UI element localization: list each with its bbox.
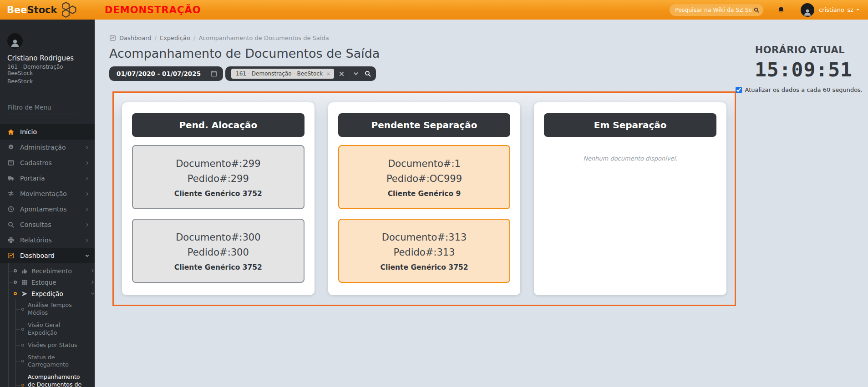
printer-icon	[6, 236, 15, 244]
card-pedido: Pedido#:OC999	[386, 171, 462, 186]
person-icon	[803, 8, 812, 17]
card-cliente: Cliente Genérico 3752	[381, 263, 468, 271]
sidebar-user-panel: Cristiano Rodrigues 161 - Demonstração -…	[0, 20, 95, 85]
breadcrumb-separator: /	[193, 35, 195, 41]
brand-bee: Bee	[7, 5, 27, 15]
breadcrumb: Dashboard / Expedição / Acompanhamento d…	[109, 33, 850, 41]
sidebar-item-label: Relatórios	[20, 236, 52, 244]
caret-down-icon	[856, 8, 860, 12]
search-submit-icon[interactable]	[364, 70, 371, 77]
sidebar-item-status-de-carregamento[interactable]: Status de Carregamento	[16, 352, 95, 372]
sidebar-item-label: Movimentação	[20, 190, 67, 197]
honeycomb-icon	[60, 1, 78, 18]
sidebar-item-dashboard[interactable]: Dashboard	[0, 248, 95, 263]
sidebar-item-label: Recebimento	[31, 267, 72, 275]
column-header: Pend. Alocação	[132, 113, 305, 137]
expedicao-submenu: Análise Tempos Médios Visão Geral Expedi…	[15, 299, 95, 387]
sidebar-item-movimentacao[interactable]: Movimentação	[0, 186, 95, 201]
environment-label: DEMONSTRAÇÃO	[105, 5, 201, 15]
breadcrumb-separator: /	[155, 35, 157, 41]
wiki-search	[670, 4, 763, 16]
search-icon[interactable]	[753, 7, 760, 13]
sidebar-item-label: Dashboard	[20, 252, 55, 259]
sidebar-item-administracao[interactable]: Administração	[0, 140, 95, 155]
home-icon	[6, 128, 15, 136]
card-documento: Documento#:313	[382, 230, 467, 245]
chevron-right-icon	[85, 223, 89, 227]
user-company: BeeStock	[7, 78, 87, 85]
menu-filter-input[interactable]	[7, 102, 78, 114]
selected-option-label: 161 - Demonstração - BeeStock	[236, 70, 323, 77]
user-name: Cristiano Rodrigues	[7, 54, 87, 62]
person-icon	[10, 38, 20, 49]
column-pend-alocacao: Pend. Alocação Documento#:299 Pedido#:29…	[122, 102, 315, 295]
chevron-right-icon	[85, 207, 89, 211]
remove-tag-icon[interactable]	[326, 72, 330, 76]
empty-column-message: Nenhum documento disponível.	[544, 155, 716, 162]
documents-board: Pend. Alocação Documento#:299 Pedido#:29…	[112, 91, 736, 306]
card-documento: Documento#:299	[176, 156, 260, 171]
sidebar-item-expedicao[interactable]: Expedição	[9, 288, 95, 299]
brand-text: BeeStock	[7, 5, 57, 15]
card-cliente: Cliente Genérico 3752	[174, 263, 262, 271]
chevron-down-icon[interactable]	[353, 71, 359, 76]
sidebar-item-portaria[interactable]: Portaria	[0, 171, 95, 186]
sidebar-item-label: Portaria	[20, 175, 45, 182]
document-card[interactable]: Documento#:313 Pedido#:313 Cliente Genér…	[338, 219, 511, 283]
sidebar-avatar	[7, 33, 23, 49]
sidebar-item-cadastros[interactable]: Cadastros	[0, 155, 95, 171]
column-pendente-separacao: Pendente Separação Documento#:1 Pedido#:…	[328, 102, 521, 295]
chevron-right-icon	[85, 146, 89, 150]
clear-selection-icon[interactable]	[339, 71, 345, 77]
breadcrumb-current: Acompanhamento de Documentos de Saída	[198, 35, 329, 41]
card-documento: Documento#:300	[176, 230, 260, 245]
sidebar-item-label: Cadastros	[20, 159, 52, 166]
chevron-right-icon	[85, 161, 89, 165]
card-documento: Documento#:1	[388, 156, 461, 171]
sidebar-item-acompanhamento-documentos-saida[interactable]: Acompanhamento de Documentos de Saída	[16, 371, 95, 387]
bullet-icon	[21, 344, 24, 347]
document-card[interactable]: Documento#:299 Pedido#:299 Cliente Genér…	[132, 145, 305, 209]
wiki-search-input[interactable]	[670, 4, 763, 16]
sidebar-item-visao-geral-expedicao[interactable]: Visão Geral Expedição	[16, 319, 95, 339]
sidebar-item-estoque[interactable]: Estoque	[9, 276, 95, 288]
list-icon	[6, 159, 15, 166]
sidebar-item-label: Status de Carregamento	[28, 354, 89, 369]
beestock-logo[interactable]: BeeStock	[7, 1, 95, 18]
auto-refresh-checkbox[interactable]	[736, 87, 742, 93]
sidebar-item-consultas[interactable]: Consultas	[0, 217, 95, 232]
calendar-icon	[210, 70, 218, 77]
sidebar-item-relatorios[interactable]: Relatórios	[0, 232, 95, 248]
breadcrumb-dashboard[interactable]: Dashboard	[119, 35, 152, 41]
chart-icon	[109, 35, 116, 41]
bullet-icon	[21, 384, 24, 387]
sidebar-item-recebimento[interactable]: Recebimento	[9, 265, 95, 276]
truck-icon	[6, 175, 15, 182]
user-menu[interactable]: cristiano_sz	[819, 6, 860, 13]
company-select[interactable]: 161 - Demonstração - BeeStock	[225, 66, 376, 81]
sidebar-item-label: Análise Tempos Médios	[28, 302, 89, 317]
breadcrumb-expedicao[interactable]: Expedição	[160, 35, 190, 41]
bullet-icon	[14, 292, 17, 295]
date-range-value: 01/07/2020 - 01/07/2025	[117, 70, 210, 77]
sidebar-item-label: Visão Geral Expedição	[28, 322, 89, 337]
gear-icon	[6, 144, 15, 151]
bell-icon[interactable]	[777, 6, 785, 14]
sidebar-item-label: Expedição	[31, 290, 63, 297]
sidebar-item-visoes-por-status[interactable]: Visões por Status	[16, 339, 95, 352]
sidebar-item-inicio[interactable]: Início	[0, 124, 95, 140]
document-card[interactable]: Documento#:1 Pedido#:OC999 Cliente Genér…	[338, 145, 511, 209]
sidebar-item-apontamentos[interactable]: Apontamentos	[0, 201, 95, 217]
document-card[interactable]: Documento#:300 Pedido#:300 Cliente Genér…	[132, 219, 305, 283]
date-range-picker[interactable]: 01/07/2020 - 01/07/2025	[109, 66, 223, 81]
user-avatar[interactable]	[801, 3, 814, 17]
exchange-icon	[6, 190, 15, 197]
sidebar-menu: Início Administração Cadastros Portaria …	[0, 124, 95, 387]
column-em-separacao: Em Separação Nenhum documento disponível…	[534, 102, 726, 295]
auto-refresh-label: Atualizar os dados a cada 60 segundos.	[745, 86, 863, 93]
column-header: Pendente Separação	[338, 113, 511, 137]
chevron-right-icon	[91, 269, 95, 273]
chevron-down-icon	[91, 292, 95, 296]
sidebar-item-analise-tempos-medios[interactable]: Análise Tempos Médios	[16, 299, 95, 319]
clock-time: 15:09:51	[755, 58, 853, 81]
